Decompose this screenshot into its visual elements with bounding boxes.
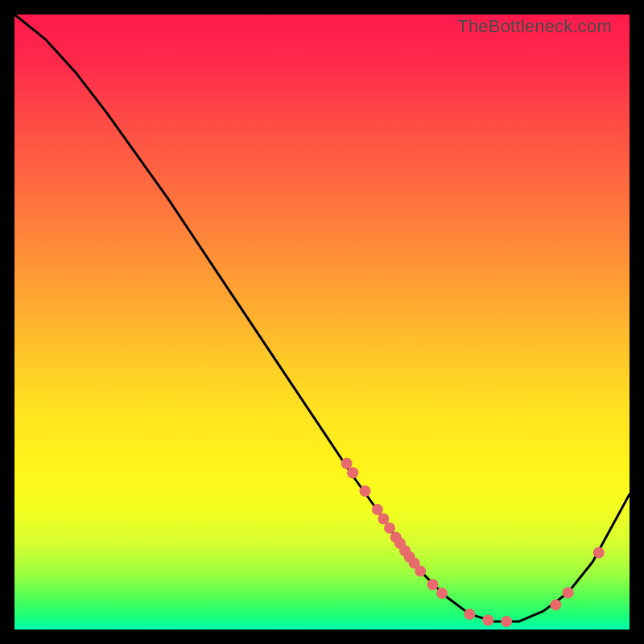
- data-point: [415, 565, 426, 576]
- data-point: [563, 587, 574, 598]
- bottleneck-curve: [14, 14, 630, 621]
- data-point: [378, 514, 389, 525]
- data-point: [501, 616, 512, 627]
- data-point: [341, 458, 353, 469]
- data-point: [464, 609, 475, 620]
- data-points: [341, 458, 605, 627]
- data-point: [360, 485, 371, 497]
- data-point: [427, 579, 439, 590]
- data-point: [593, 547, 605, 559]
- data-point: [372, 504, 383, 515]
- data-point: [482, 615, 493, 626]
- chart-svg: [14, 14, 630, 630]
- data-point: [436, 588, 448, 599]
- data-point: [384, 522, 395, 534]
- data-point: [550, 599, 561, 610]
- data-point: [347, 467, 358, 478]
- chart-area: TheBottleneck.com: [14, 14, 630, 630]
